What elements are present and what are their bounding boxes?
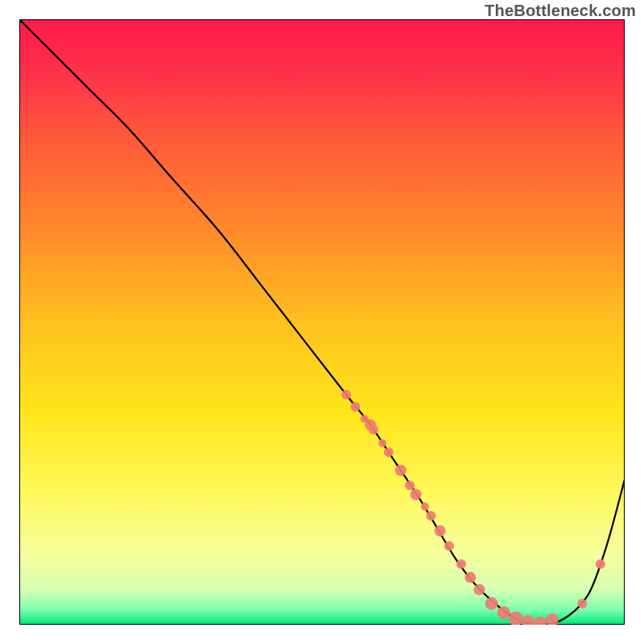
watermark-label: TheBottleneck.com (485, 2, 636, 20)
marker-point (350, 402, 360, 411)
marker-point (369, 425, 378, 435)
marker-point (485, 597, 498, 610)
marker-point (411, 489, 422, 500)
marker-point (497, 606, 510, 619)
marker-point (474, 584, 485, 595)
marker-point (378, 439, 386, 447)
marker-point (444, 541, 454, 551)
marker-point (341, 390, 351, 399)
marker-point (421, 502, 429, 510)
marker-point (435, 525, 446, 536)
marker-point (395, 464, 407, 476)
marker-point (405, 481, 415, 490)
chart-container: TheBottleneck.com (0, 0, 644, 644)
marker-point (596, 559, 605, 569)
marker-point (426, 511, 436, 521)
marker-point (384, 448, 394, 457)
marker-point (464, 572, 476, 583)
marker-point (456, 559, 466, 569)
bottleneck-chart (19, 19, 625, 625)
marker-point (577, 599, 587, 609)
